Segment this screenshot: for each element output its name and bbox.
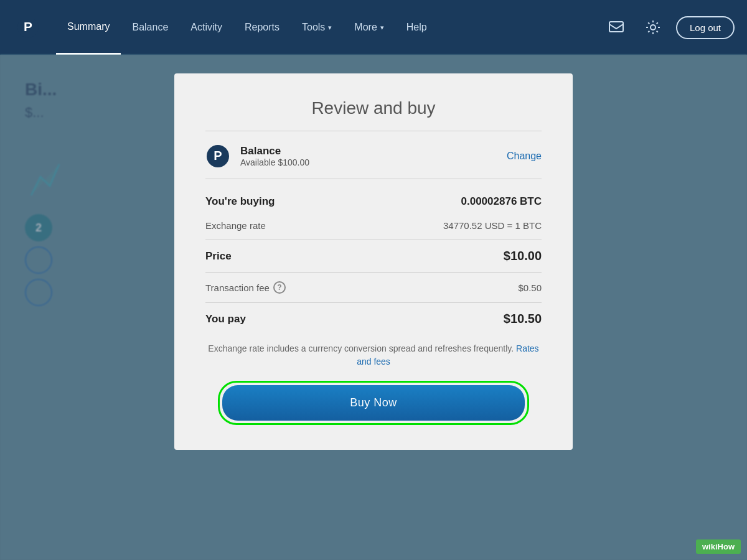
exchange-rate-row: Exchange rate 34770.52 USD = 1 BTC (205, 214, 542, 237)
svg-rect-2 (609, 22, 623, 32)
payment-info: Balance Available $100.00 (240, 145, 507, 167)
modal-overlay: Review and buy P Balance Available $100.… (0, 55, 747, 560)
nav-tools[interactable]: Tools ▾ (291, 0, 343, 55)
nav-activity[interactable]: Activity (179, 0, 233, 55)
settings-icon[interactable] (639, 14, 667, 41)
change-payment-link[interactable]: Change (507, 151, 542, 162)
footer-note: Exchange rate includes a currency conver… (205, 342, 542, 368)
buy-now-wrapper: Buy Now (218, 381, 529, 425)
nav-more[interactable]: More ▾ (343, 0, 395, 55)
nav-help[interactable]: Help (395, 0, 438, 55)
nav-right: Log out (603, 14, 735, 41)
modal-title: Review and buy (205, 98, 542, 118)
logout-button[interactable]: Log out (676, 16, 735, 39)
you-buying-value: 0.00002876 BTC (461, 195, 542, 208)
nav-reports[interactable]: Reports (233, 0, 291, 55)
review-buy-modal: Review and buy P Balance Available $100.… (174, 73, 573, 450)
row-divider-3 (205, 302, 542, 303)
tools-caret-icon: ▾ (328, 24, 332, 32)
price-row: Price $10.00 (205, 243, 542, 269)
payment-available: Available $100.00 (240, 157, 507, 167)
wikihow-badge: wikiHow (696, 539, 741, 554)
buy-now-button[interactable]: Buy Now (222, 385, 525, 421)
transaction-fee-value: $0.50 (518, 282, 542, 293)
svg-point-3 (651, 25, 655, 30)
you-pay-label: You pay (205, 313, 246, 325)
you-buying-label: You're buying (205, 195, 275, 208)
payment-label: Balance (240, 145, 507, 157)
price-label: Price (205, 250, 232, 263)
messages-icon[interactable] (603, 14, 630, 41)
row-divider-2 (205, 272, 542, 273)
paypal-logo[interactable]: P (12, 12, 44, 43)
you-pay-value: $10.50 (504, 312, 542, 326)
transaction-fee-label: Transaction fee ? (205, 281, 286, 294)
nav-links: Summary Balance Activity Reports Tools ▾… (56, 0, 603, 55)
transaction-fee-help-icon[interactable]: ? (273, 281, 286, 294)
you-pay-row: You pay $10.50 (205, 306, 542, 332)
price-value: $10.00 (504, 249, 542, 263)
row-divider-1 (205, 240, 542, 240)
paypal-logo-small: P (205, 144, 230, 169)
exchange-rate-label: Exchange rate (205, 220, 266, 231)
svg-text:P: P (214, 149, 222, 162)
more-caret-icon: ▾ (380, 24, 384, 32)
svg-text:P: P (24, 19, 32, 34)
navbar: P Summary Balance Activity Reports Tools… (0, 0, 747, 55)
modal-divider (205, 131, 542, 131)
nav-balance[interactable]: Balance (121, 0, 179, 55)
nav-summary[interactable]: Summary (56, 0, 121, 55)
transaction-fee-row: Transaction fee ? $0.50 (205, 275, 542, 300)
payment-method-row: P Balance Available $100.00 Change (205, 144, 542, 179)
you-buying-row: You're buying 0.00002876 BTC (205, 189, 542, 214)
exchange-rate-value: 34770.52 USD = 1 BTC (443, 220, 542, 231)
